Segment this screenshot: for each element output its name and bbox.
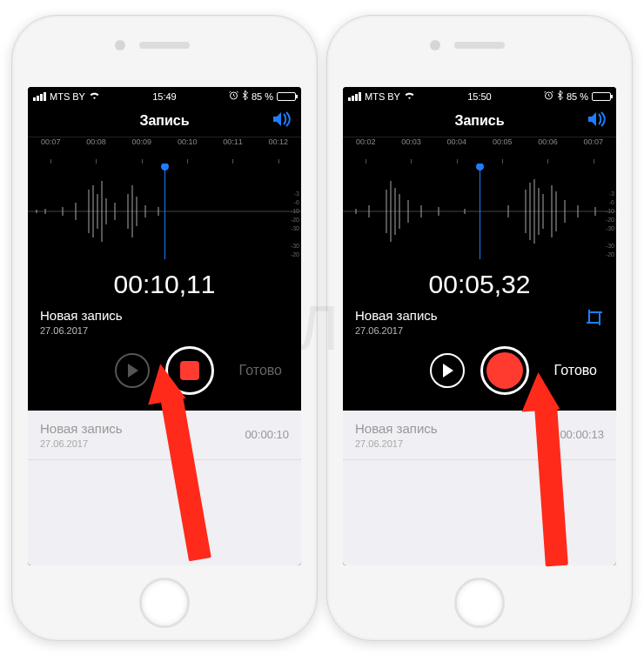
home-button[interactable] (139, 578, 190, 628)
list-item[interactable]: Новая запись 27.06.2017 00:00:13 (343, 411, 616, 460)
play-button[interactable] (430, 353, 465, 388)
recording-info: Новая запись 27.06.2017 (28, 304, 301, 338)
waveform[interactable]: -3-6-10-20-30-30-20-10-6-3 (28, 164, 301, 259)
nav-bar: Запись (343, 106, 616, 137)
signal-icon (33, 92, 46, 101)
battery-pct: 85 % (567, 91, 588, 102)
ruler-tick: 00:04 (434, 137, 480, 164)
list-item-date: 27.06.2017 (40, 438, 123, 449)
done-button[interactable]: Готово (554, 363, 597, 378)
battery-pct: 85 % (252, 91, 273, 102)
battery-icon (277, 92, 296, 101)
list-item-title: Новая запись (40, 421, 123, 436)
elapsed-time: 00:10,11 (28, 259, 301, 304)
ruler-tick: 00:06 (525, 137, 570, 164)
signal-icon (348, 92, 361, 101)
time-ruler[interactable]: 00:02 00:03 00:04 00:05 00:06 00:07 (343, 137, 616, 164)
db-scale: -3-6-10-20-30-30-20-10-6-3 (606, 190, 614, 259)
playhead[interactable] (164, 164, 165, 259)
status-bar: MTS BY 15:49 85 % (28, 87, 301, 106)
ruler-tick: 00:09 (119, 137, 164, 164)
elapsed-time: 00:05,32 (343, 259, 616, 304)
carrier-label: MTS BY (365, 91, 400, 102)
phone-right: MTS BY 15:50 85 % Запись (326, 15, 633, 641)
alarm-icon (544, 90, 553, 102)
carrier-label: MTS BY (50, 91, 85, 102)
crop-icon[interactable] (585, 308, 604, 331)
bluetooth-icon (557, 90, 563, 102)
bluetooth-icon (242, 90, 248, 102)
screen: MTS BY 15:50 85 % Запись (343, 87, 616, 565)
svg-rect-40 (589, 312, 600, 323)
recording-date: 27.06.2017 (355, 325, 438, 336)
recording-date: 27.06.2017 (40, 325, 123, 336)
ruler-tick: 00:12 (256, 137, 301, 164)
done-button[interactable]: Готово (239, 363, 282, 378)
nav-bar: Запись (28, 106, 301, 137)
db-scale: -3-6-10-20-30-30-20-10-6-3 (291, 190, 299, 259)
status-bar: MTS BY 15:50 85 % (343, 87, 616, 106)
recording-title: Новая запись (355, 308, 438, 323)
ruler-tick: 00:11 (210, 137, 255, 164)
list-item-date: 27.06.2017 (355, 438, 438, 449)
ruler-tick: 00:10 (164, 137, 210, 164)
recordings-list: Новая запись 27.06.2017 00:00:13 (343, 411, 616, 565)
status-time: 15:50 (467, 91, 492, 102)
ruler-tick: 00:07 (571, 137, 616, 164)
home-button[interactable] (454, 578, 505, 628)
controls-bar: Готово (343, 338, 616, 411)
time-ruler[interactable]: 00:07 00:08 00:09 00:10 00:11 00:12 (28, 137, 301, 164)
stop-icon (180, 361, 199, 380)
list-item-duration: 00:00:13 (560, 428, 604, 441)
recording-info: Новая запись 27.06.2017 (343, 304, 616, 338)
ruler-tick: 00:03 (388, 137, 433, 164)
screen: MTS BY 15:49 85 % Запись (28, 87, 301, 565)
playhead[interactable] (480, 164, 480, 259)
phone-left: MTS BY 15:49 85 % Запись (11, 15, 318, 641)
wifi-icon (89, 91, 100, 102)
waveform[interactable]: -3-6-10-20-30-30-20-10-6-3 (343, 164, 616, 259)
nav-title: Запись (139, 113, 189, 129)
phone-speaker (139, 42, 190, 49)
speaker-output-icon[interactable] (272, 110, 292, 131)
recordings-list: Новая запись 27.06.2017 00:00:10 (28, 411, 301, 565)
ruler-tick: 00:08 (73, 137, 118, 164)
battery-icon (592, 92, 611, 101)
phone-camera (430, 40, 440, 50)
phone-camera (115, 40, 125, 50)
ruler-tick: 00:05 (480, 137, 525, 164)
nav-title: Запись (454, 113, 504, 129)
status-time: 15:49 (152, 91, 177, 102)
ruler-tick: 00:02 (343, 137, 388, 164)
recording-title: Новая запись (40, 308, 123, 323)
speaker-output-icon[interactable] (587, 110, 607, 131)
phone-speaker (454, 42, 505, 49)
record-icon (486, 352, 523, 389)
list-item-title: Новая запись (355, 421, 438, 436)
wifi-icon (404, 91, 415, 102)
ruler-tick: 00:07 (28, 137, 73, 164)
alarm-icon (229, 90, 238, 102)
list-item-duration: 00:00:10 (245, 428, 289, 441)
